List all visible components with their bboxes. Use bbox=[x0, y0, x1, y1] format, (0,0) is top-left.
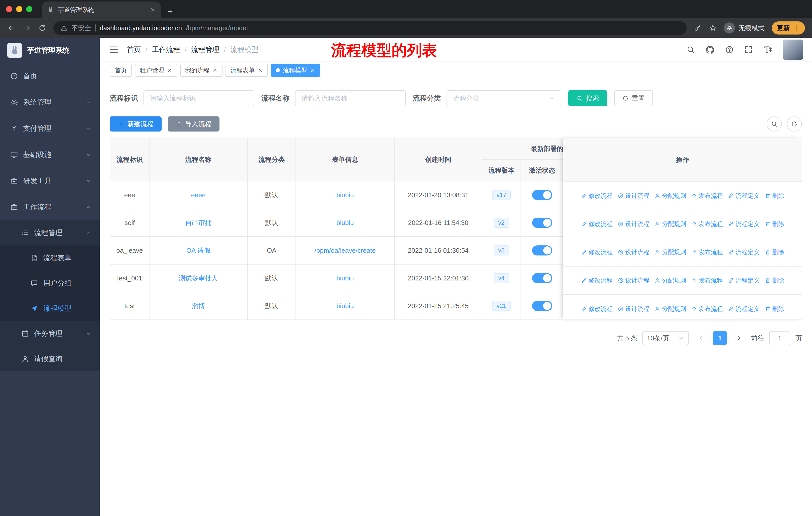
process-name-link[interactable]: OA 请假 bbox=[186, 247, 210, 254]
sidebar-item-system-mgmt[interactable]: 系统管理 bbox=[0, 89, 100, 115]
help-icon[interactable] bbox=[725, 45, 734, 54]
process-name-link[interactable]: 自己审批 bbox=[185, 219, 211, 226]
sidebar-item-home[interactable]: 首页 bbox=[0, 63, 100, 89]
browser-tab[interactable]: 芋道管理系统 bbox=[42, 1, 161, 18]
form-info-link[interactable]: biubiu bbox=[336, 191, 354, 199]
action-delete[interactable]: 删除 bbox=[765, 192, 784, 200]
tag-process-form[interactable]: 流程表单 bbox=[226, 64, 268, 77]
process-name-input[interactable] bbox=[295, 90, 406, 106]
tag-tenant-mgmt[interactable]: 租户管理 bbox=[135, 64, 177, 77]
action-design[interactable]: 设计流程 bbox=[618, 220, 649, 228]
sidebar-toggle-icon[interactable] bbox=[109, 45, 119, 55]
breadcrumb-item[interactable]: 工作流程 bbox=[152, 45, 180, 54]
tag-process-model[interactable]: 流程模型 bbox=[271, 64, 320, 77]
create-process-button[interactable]: 新建流程 bbox=[110, 116, 162, 132]
action-publish[interactable]: 发布流程 bbox=[691, 248, 723, 256]
action-delete[interactable]: 删除 bbox=[765, 248, 784, 256]
table-search-button[interactable] bbox=[767, 116, 782, 132]
user-avatar[interactable] bbox=[783, 39, 803, 60]
action-assign-rule[interactable]: 分配规则 bbox=[655, 220, 686, 228]
active-toggle[interactable] bbox=[532, 190, 552, 200]
process-name-link[interactable]: 滔博 bbox=[192, 302, 205, 310]
action-definition[interactable]: 流程定义 bbox=[728, 192, 760, 200]
action-publish[interactable]: 发布流程 bbox=[691, 192, 723, 200]
form-info-link[interactable]: biubiu bbox=[336, 302, 354, 310]
action-delete[interactable]: 删除 bbox=[765, 305, 784, 313]
form-info-link[interactable]: biubiu bbox=[336, 274, 354, 282]
action-assign-rule[interactable]: 分配规则 bbox=[655, 248, 686, 256]
action-design[interactable]: 设计流程 bbox=[618, 248, 649, 256]
action-design[interactable]: 设计流程 bbox=[618, 192, 649, 200]
action-delete[interactable]: 删除 bbox=[765, 220, 784, 228]
active-toggle[interactable] bbox=[532, 301, 552, 311]
action-modify[interactable]: 修改流程 bbox=[581, 248, 613, 256]
search-button[interactable]: 搜索 bbox=[568, 90, 607, 106]
font-size-icon[interactable] bbox=[763, 45, 773, 54]
sidebar-item-user-group[interactable]: 用户分组 bbox=[0, 271, 100, 296]
action-modify[interactable]: 修改流程 bbox=[581, 192, 613, 200]
github-icon[interactable] bbox=[705, 45, 715, 54]
page-number-button[interactable]: 1 bbox=[713, 331, 727, 345]
action-delete[interactable]: 删除 bbox=[765, 276, 784, 284]
browser-forward-button[interactable] bbox=[23, 24, 31, 32]
table-refresh-button[interactable] bbox=[787, 116, 802, 132]
process-name-link[interactable]: 测试多审批人 bbox=[179, 274, 218, 282]
sidebar-item-process-mgmt[interactable]: 流程管理 bbox=[0, 220, 100, 245]
active-toggle[interactable] bbox=[532, 273, 552, 283]
sidebar-item-process-model[interactable]: 流程模型 bbox=[0, 296, 100, 321]
process-category-select[interactable]: 流程分类 bbox=[446, 90, 561, 106]
browser-reload-button[interactable] bbox=[38, 24, 46, 32]
process-key-input[interactable] bbox=[143, 90, 254, 106]
action-assign-rule[interactable]: 分配规则 bbox=[655, 192, 686, 200]
action-design[interactable]: 设计流程 bbox=[618, 305, 649, 313]
import-process-button[interactable]: 导入流程 bbox=[168, 116, 220, 132]
action-definition[interactable]: 流程定义 bbox=[728, 220, 760, 228]
tag-my-process[interactable]: 我的流程 bbox=[180, 64, 223, 77]
next-page-button[interactable] bbox=[732, 331, 746, 345]
form-info-link[interactable]: biubiu bbox=[336, 219, 354, 226]
goto-page-input[interactable] bbox=[769, 331, 790, 345]
password-key-icon[interactable] bbox=[694, 24, 702, 32]
action-modify[interactable]: 修改流程 bbox=[581, 276, 613, 284]
maximize-window-button[interactable] bbox=[26, 6, 32, 12]
action-modify[interactable]: 修改流程 bbox=[581, 220, 613, 228]
action-definition[interactable]: 流程定义 bbox=[728, 305, 760, 313]
tab-close-icon[interactable] bbox=[150, 7, 155, 12]
breadcrumb-item[interactable]: 首页 bbox=[127, 45, 141, 54]
tag-close-icon[interactable] bbox=[258, 68, 263, 73]
sidebar-item-workflow[interactable]: 工作流程 bbox=[0, 194, 100, 220]
sidebar-item-infrastructure[interactable]: 基础设施 bbox=[0, 142, 100, 168]
tag-close-icon[interactable] bbox=[167, 68, 172, 73]
action-publish[interactable]: 发布流程 bbox=[691, 220, 723, 228]
update-button[interactable]: 更新 bbox=[772, 21, 805, 34]
reset-button[interactable]: 重置 bbox=[614, 90, 653, 106]
action-publish[interactable]: 发布流程 bbox=[691, 305, 723, 313]
tag-close-icon[interactable] bbox=[310, 68, 315, 73]
process-name-link[interactable]: eeee bbox=[191, 191, 206, 199]
tag-close-icon[interactable] bbox=[212, 68, 218, 73]
action-definition[interactable]: 流程定义 bbox=[728, 276, 760, 284]
header-search-icon[interactable] bbox=[686, 45, 695, 54]
sidebar-item-leave-query[interactable]: 请假查询 bbox=[0, 346, 100, 371]
sidebar-item-dev-tools[interactable]: 研发工具 bbox=[0, 168, 100, 194]
action-definition[interactable]: 流程定义 bbox=[728, 248, 760, 256]
active-toggle[interactable] bbox=[532, 218, 552, 228]
address-bar[interactable]: 不安全 dashboard.yudao.iocoder.cn/bpm/manag… bbox=[53, 21, 687, 35]
active-toggle[interactable] bbox=[532, 245, 552, 255]
new-tab-button[interactable] bbox=[167, 8, 174, 15]
close-window-button[interactable] bbox=[6, 6, 12, 12]
action-design[interactable]: 设计流程 bbox=[618, 276, 649, 284]
page-size-select[interactable]: 10条/页 bbox=[642, 331, 689, 345]
minimize-window-button[interactable] bbox=[16, 6, 22, 12]
action-modify[interactable]: 修改流程 bbox=[581, 305, 613, 313]
breadcrumb-item[interactable]: 流程管理 bbox=[191, 45, 220, 54]
bookmark-star-icon[interactable] bbox=[709, 24, 717, 32]
sidebar-item-payment-mgmt[interactable]: 支付管理 bbox=[0, 115, 100, 142]
tag-home[interactable]: 首页 bbox=[110, 64, 132, 77]
action-assign-rule[interactable]: 分配规则 bbox=[655, 305, 686, 313]
sidebar-item-process-form[interactable]: 流程表单 bbox=[0, 245, 100, 271]
prev-page-button[interactable] bbox=[694, 331, 708, 345]
form-info-link[interactable]: /bpm/oa/leave/create bbox=[315, 247, 376, 254]
sidebar-item-task-mgmt[interactable]: 任务管理 bbox=[0, 321, 100, 346]
action-publish[interactable]: 发布流程 bbox=[691, 276, 723, 284]
